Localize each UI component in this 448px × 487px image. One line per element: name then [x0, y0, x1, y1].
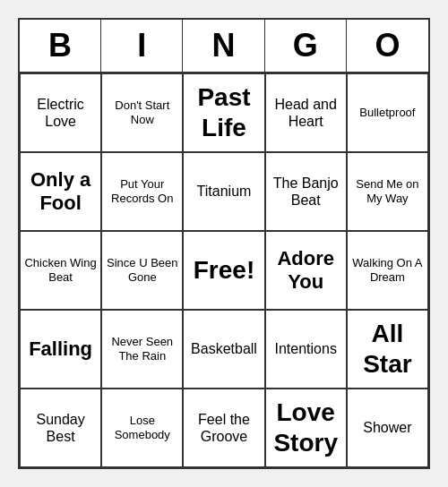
- bingo-cell-4[interactable]: Bulletproof: [347, 73, 428, 152]
- bingo-cell-9[interactable]: Send Me on My Way: [347, 152, 428, 231]
- header-letter-i: I: [101, 20, 183, 72]
- bingo-cell-14[interactable]: Walking On A Dream: [347, 231, 428, 310]
- bingo-cell-1[interactable]: Don't Start Now: [101, 73, 183, 152]
- bingo-cell-19[interactable]: All Star: [347, 310, 428, 389]
- bingo-cell-12[interactable]: Free!: [183, 231, 264, 310]
- header-letter-o: O: [347, 20, 428, 72]
- bingo-cell-10[interactable]: Chicken Wing Beat: [20, 231, 101, 310]
- bingo-cell-8[interactable]: The Banjo Beat: [265, 152, 347, 231]
- bingo-cell-23[interactable]: Love Story: [265, 389, 347, 467]
- bingo-cell-16[interactable]: Never Seen The Rain: [101, 310, 183, 389]
- bingo-cell-2[interactable]: Past Life: [183, 73, 264, 152]
- bingo-grid: Electric LoveDon't Start NowPast LifeHea…: [20, 73, 428, 467]
- bingo-header: BINGO: [20, 20, 428, 73]
- bingo-cell-17[interactable]: Basketball: [183, 310, 264, 389]
- bingo-cell-24[interactable]: Shower: [347, 389, 428, 467]
- bingo-cell-21[interactable]: Lose Somebody: [101, 389, 183, 467]
- bingo-cell-11[interactable]: Since U Been Gone: [101, 231, 183, 310]
- bingo-cell-5[interactable]: Only a Fool: [20, 152, 101, 231]
- bingo-cell-15[interactable]: Falling: [20, 310, 101, 389]
- bingo-cell-20[interactable]: Sunday Best: [20, 389, 101, 467]
- bingo-cell-7[interactable]: Titanium: [183, 152, 264, 231]
- bingo-cell-3[interactable]: Head and Heart: [265, 73, 347, 152]
- header-letter-b: B: [20, 20, 101, 72]
- bingo-cell-6[interactable]: Put Your Records On: [101, 152, 183, 231]
- bingo-card: BINGO Electric LoveDon't Start NowPast L…: [18, 18, 430, 469]
- bingo-cell-13[interactable]: Adore You: [265, 231, 347, 310]
- header-letter-g: G: [265, 20, 347, 72]
- bingo-cell-18[interactable]: Intentions: [265, 310, 347, 389]
- bingo-cell-0[interactable]: Electric Love: [20, 73, 101, 152]
- bingo-cell-22[interactable]: Feel the Groove: [183, 389, 264, 467]
- header-letter-n: N: [183, 20, 264, 72]
